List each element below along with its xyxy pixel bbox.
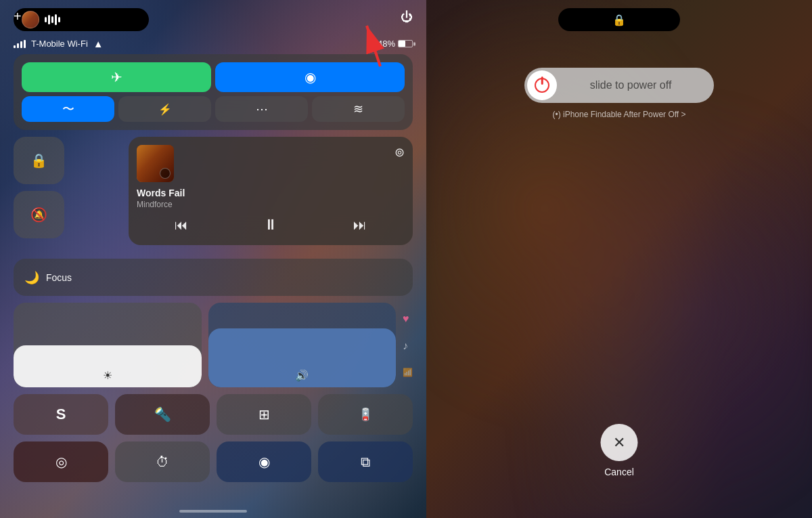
- slide-to-power-off-text: slide to power off: [557, 79, 711, 91]
- spacer-top: [71, 137, 122, 184]
- connectivity-card: ✈ ◉ 〜 ⚡ ⋯ ≋: [14, 54, 413, 130]
- battery-fill: [399, 41, 405, 47]
- charging-icon: ⊕: [368, 39, 375, 49]
- song-title: Words Fail: [137, 188, 405, 198]
- signal-dot-1: [14, 45, 16, 48]
- media-info: Words Fail Mindforce: [137, 188, 405, 209]
- signal-wifi: T-Mobile Wi-Fi ▲: [14, 38, 104, 49]
- accessibility-button[interactable]: ◎: [14, 441, 108, 482]
- volume-slider[interactable]: 🔊: [208, 303, 397, 387]
- waveform-bar-4: [55, 14, 57, 25]
- screen-mirror-icon: ⧉: [361, 454, 370, 470]
- battery-percent: 48%: [378, 39, 395, 49]
- bluetooth-icon: ⚡: [158, 103, 172, 116]
- side-extras: ♥ ♪ 📶: [403, 303, 413, 387]
- sliders-row: ☀ 🔊 ♥ ♪ 📶: [14, 303, 413, 387]
- airplane-icon: ✈: [111, 69, 122, 85]
- waveform-bar-1: [45, 17, 47, 22]
- battery-icon: [398, 40, 413, 47]
- focus-label: Focus: [46, 272, 72, 283]
- screen-record-icon: ◉: [258, 454, 270, 470]
- plus-button[interactable]: +: [14, 9, 22, 24]
- lock-rotation-button[interactable]: 🔒: [14, 137, 64, 184]
- home-indicator: [179, 510, 247, 513]
- airplay-button[interactable]: ⊚: [394, 145, 405, 160]
- accessibility-icon: ◎: [55, 454, 67, 470]
- screen-record-button[interactable]: ◉: [217, 441, 311, 482]
- haptics-button[interactable]: ≋: [312, 96, 405, 122]
- slide-to-power-off[interactable]: slide to power off: [524, 68, 714, 103]
- signal-dot-4: [24, 40, 26, 48]
- second-col: [71, 137, 122, 238]
- lock-icon-bar: 🔒: [558, 8, 680, 31]
- wifi-button[interactable]: 〜: [22, 96, 114, 122]
- lock-rotation-icon: 🔒: [30, 152, 47, 169]
- di-waveform: [45, 14, 60, 25]
- battery-saver-icon: 🪫: [358, 407, 373, 422]
- screenshot-container: + ⏻ T: [0, 0, 812, 518]
- music-note-icon: ♪: [403, 340, 413, 352]
- cellular-icon: ◉: [304, 69, 316, 85]
- cancel-button[interactable]: ✕ Cancel: [601, 424, 638, 477]
- brightness-slider[interactable]: ☀: [14, 303, 202, 387]
- signal-extra-icon: 📶: [403, 368, 413, 377]
- media-controls: ⏮ ⏸ ⏭: [137, 216, 405, 234]
- volume-icon: 🔊: [208, 364, 397, 387]
- main-row: 🔒 🔕: [14, 137, 413, 245]
- mute-button[interactable]: 🔕: [14, 191, 64, 238]
- power-button[interactable]: ⏻: [401, 10, 413, 24]
- waveform-bar-3: [51, 16, 53, 23]
- timer-button[interactable]: ⏱: [115, 441, 210, 482]
- bottom-icons-row-1: S 🔦 ⊞ 🪫: [14, 394, 413, 435]
- phone-left: + ⏻ T: [0, 0, 426, 518]
- battery-saver-button[interactable]: 🪫: [318, 394, 413, 435]
- cancel-circle: ✕: [601, 424, 638, 461]
- airplane-mode-button[interactable]: ✈: [22, 62, 211, 92]
- findable-after-power-off[interactable]: (•) iPhone Findable After Power Off >: [552, 110, 685, 119]
- cellular-button[interactable]: ◉: [215, 62, 405, 92]
- shazam-icon: S: [56, 406, 66, 423]
- screen-mirror-button[interactable]: ⧉: [318, 441, 413, 482]
- song-artist: Mindforce: [137, 200, 405, 209]
- phone-right: 🔒 slide to power off (•) iPhone Findable…: [426, 0, 812, 518]
- signal-dot-2: [17, 43, 19, 48]
- timer-icon: ⏱: [156, 454, 169, 470]
- bottom-icons-row-2: ◎ ⏱ ◉ ⧉: [14, 441, 413, 482]
- battery-area: ⊕ 48%: [368, 39, 413, 49]
- next-button[interactable]: ⏭: [353, 217, 367, 233]
- flashlight-icon: 🔦: [154, 406, 171, 423]
- carrier-label: T-Mobile Wi-Fi: [31, 39, 88, 49]
- connectivity-bottom-row: 〜 ⚡ ⋯ ≋: [22, 96, 405, 122]
- cancel-icon: ✕: [613, 434, 625, 452]
- lock-icon: 🔒: [612, 14, 626, 26]
- focus-button[interactable]: 🌙 Focus: [14, 259, 413, 296]
- moon-icon: 🌙: [24, 270, 39, 285]
- heart-icon: ♥: [403, 313, 413, 325]
- waveform-bar-2: [48, 15, 50, 24]
- wifi-ctrl-icon: 〜: [62, 101, 74, 117]
- wifi-icon: ▲: [93, 38, 104, 49]
- remote-button[interactable]: ⊞: [217, 394, 311, 435]
- shazam-button[interactable]: S: [14, 394, 108, 435]
- left-col: 🔒 🔕: [14, 137, 64, 238]
- haptics-icon: ≋: [353, 102, 363, 116]
- brightness-icon: ☀: [14, 364, 202, 387]
- cancel-label: Cancel: [604, 467, 634, 477]
- power-symbol: [535, 78, 549, 93]
- pause-button[interactable]: ⏸: [263, 216, 278, 234]
- previous-button[interactable]: ⏮: [175, 217, 188, 233]
- focus-row: 🌙 Focus: [14, 252, 413, 296]
- mute-icon: 🔕: [30, 207, 47, 223]
- power-circle: [527, 70, 557, 100]
- bluetooth-button[interactable]: ⚡: [118, 96, 211, 122]
- flashlight-button[interactable]: 🔦: [115, 394, 210, 435]
- waveform-bar-5: [58, 17, 60, 22]
- signal-dots: [14, 40, 26, 48]
- focus-dots-button[interactable]: ⋯: [215, 96, 308, 122]
- control-center: ✈ ◉ 〜 ⚡ ⋯ ≋: [14, 54, 413, 482]
- media-card-header: ⊚: [137, 145, 405, 182]
- remote-icon: ⊞: [258, 406, 270, 423]
- connectivity-top-row: ✈ ◉: [22, 62, 405, 92]
- info-bar: T-Mobile Wi-Fi ▲ ⊕ 48%: [0, 35, 426, 52]
- album-art: [137, 145, 174, 182]
